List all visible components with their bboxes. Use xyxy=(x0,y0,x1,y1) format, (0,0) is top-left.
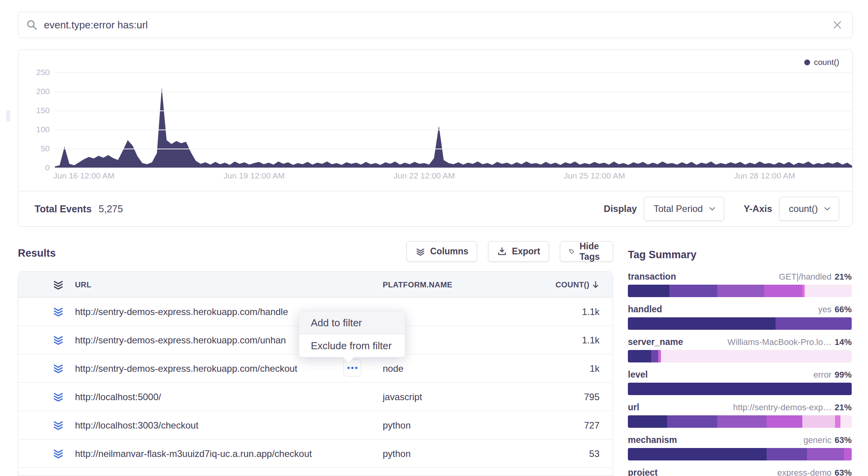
column-header-count[interactable]: COUNT() xyxy=(556,272,600,298)
tag-icon xyxy=(569,247,575,257)
stack-icon xyxy=(52,305,64,318)
stack-icon xyxy=(52,390,64,403)
y-axis-tick: 200 xyxy=(18,86,50,97)
y-axis-tick: 50 xyxy=(18,143,50,154)
column-header-platform[interactable]: PLATFORM.NAME xyxy=(383,272,452,298)
row-actions-button[interactable] xyxy=(343,359,361,377)
gridline xyxy=(55,149,852,149)
chart-legend[interactable]: count() xyxy=(804,58,839,67)
count-cell: 1.1k xyxy=(582,326,600,354)
tag-distribution-bar[interactable] xyxy=(628,285,852,297)
platform-cell: javascript xyxy=(383,383,422,411)
tag-top-value: generic63% xyxy=(804,435,852,445)
tag-summary: Tag Summary transaction GET|/handled21% … xyxy=(628,249,852,476)
tag-row: server_name Williams-MacBook-Pro.lo…14% xyxy=(628,337,852,362)
tag-distribution-bar[interactable] xyxy=(628,383,852,395)
tag-name: mechanism xyxy=(628,435,677,445)
count-cell: 727 xyxy=(584,411,600,439)
stack-icon xyxy=(52,447,64,460)
table-row[interactable]: http://localhost:3003/checkout python 72… xyxy=(18,411,613,439)
y-axis-tick: 150 xyxy=(18,105,50,116)
results-title: Results xyxy=(18,247,56,259)
tag-name: project xyxy=(628,467,658,476)
close-icon[interactable] xyxy=(832,20,842,30)
tag-top-value: express-demo63% xyxy=(777,468,852,476)
x-axis-tick: Jun 28 12:00 AM xyxy=(718,171,811,180)
tag-name: url xyxy=(628,402,639,413)
events-area-chart xyxy=(55,70,852,168)
url-cell[interactable]: http://localhost:3003/checkout xyxy=(75,411,199,439)
chevron-down-icon xyxy=(708,205,716,213)
search-bar[interactable]: event.type:error has:url xyxy=(18,12,853,38)
menu-item-add-to-filter[interactable]: Add to filter xyxy=(299,312,405,334)
tag-row: mechanism generic63% xyxy=(628,435,852,460)
tag-name: level xyxy=(628,369,648,380)
tag-row: level error99% xyxy=(628,369,852,395)
tag-top-value: yes66% xyxy=(818,304,852,315)
total-events-value: 5,275 xyxy=(99,203,123,215)
gridline xyxy=(55,91,852,92)
tag-name: server_name xyxy=(628,337,683,347)
url-cell[interactable]: http://neilmanvar-flask-m3uuizd7iq-uc.a.… xyxy=(75,439,312,468)
export-button[interactable]: Export xyxy=(488,241,549,262)
legend-label: count() xyxy=(814,58,839,67)
search-input[interactable]: event.type:error has:url xyxy=(44,19,832,31)
tag-distribution-bar[interactable] xyxy=(628,415,852,428)
column-header-url[interactable]: URL xyxy=(75,272,91,298)
y-axis-tick: 100 xyxy=(18,124,50,135)
x-axis-tick: Jun 22 12:00 AM xyxy=(378,171,471,180)
tag-top-value: GET|/handled21% xyxy=(779,272,852,282)
chart-panel: count() Total Events 5,275 Display Total… xyxy=(18,49,853,227)
stack-icon[interactable] xyxy=(52,278,64,291)
tag-rows: transaction GET|/handled21% handled yes6… xyxy=(628,271,852,476)
context-menu: Add to filter Exclude from filter xyxy=(299,311,405,357)
gridline xyxy=(55,110,852,111)
x-axis-tick: Jun 19 12:00 AM xyxy=(207,171,301,180)
tag-top-value: Williams-MacBook-Pro.lo…14% xyxy=(727,337,852,347)
columns-button[interactable]: Columns xyxy=(406,241,477,262)
url-cell[interactable]: http://sentry-demos-express.herokuapp.co… xyxy=(75,326,286,354)
tag-distribution-bar[interactable] xyxy=(628,317,852,330)
count-cell: 1k xyxy=(590,354,600,383)
table-row[interactable]: http://localhost:5000/ javascript 795 xyxy=(18,383,613,411)
url-cell[interactable]: http://sentry-demos-express.herokuapp.co… xyxy=(75,354,297,383)
tag-top-value: http://sentry-demos-exp…21% xyxy=(733,402,852,413)
table-header: URL PLATFORM.NAME COUNT() xyxy=(18,272,613,298)
chart-footer: Total Events 5,275 Display Total Period … xyxy=(18,191,852,226)
display-select[interactable]: Total Period xyxy=(644,197,724,221)
sort-desc-arrow-icon xyxy=(592,280,600,289)
tag-distribution-bar[interactable] xyxy=(628,350,852,362)
tag-top-value: error99% xyxy=(814,370,852,380)
platform-cell: python xyxy=(383,411,411,439)
sidebar-collapse-handle[interactable] xyxy=(6,110,10,122)
menu-item-exclude-from-filter[interactable]: Exclude from filter xyxy=(299,334,405,357)
stack-icon xyxy=(52,334,64,346)
platform-cell: node xyxy=(383,354,403,383)
legend-dot-icon xyxy=(804,60,810,65)
table-row[interactable]: http://sentry-demos-express.herokuapp.co… xyxy=(18,354,613,383)
tag-distribution-bar[interactable] xyxy=(628,448,852,460)
yaxis-label: Y-Axis xyxy=(744,203,772,214)
gridline xyxy=(55,72,852,73)
hide-tags-button[interactable]: Hide Tags xyxy=(560,241,613,262)
count-cell: 795 xyxy=(584,383,600,411)
results-actions: Columns Export Hide Tags xyxy=(406,241,613,262)
url-cell[interactable]: http://localhost:5000/ xyxy=(75,383,161,411)
stack-icon xyxy=(415,247,425,257)
results-table: URL PLATFORM.NAME COUNT() http://sentry-… xyxy=(18,271,613,476)
search-icon xyxy=(26,19,38,31)
stack-icon xyxy=(52,419,64,431)
url-cell[interactable]: http://sentry-demos-express.herokuapp.co… xyxy=(75,298,288,326)
tag-summary-title: Tag Summary xyxy=(628,249,852,262)
x-axis-tick: Jun 25 12:00 AM xyxy=(548,171,641,180)
x-axis-tick: Jun 16 12:00 AM xyxy=(37,171,131,180)
table-row[interactable]: http://neilmanvar-flask-m3uuizd7iq-uc.a.… xyxy=(18,439,613,468)
tag-name: handled xyxy=(628,304,662,315)
yaxis-select[interactable]: count() xyxy=(779,197,839,221)
download-icon xyxy=(497,247,507,257)
count-cell: 1.1k xyxy=(582,298,600,326)
display-label: Display xyxy=(604,203,637,214)
tag-row: handled yes66% xyxy=(628,304,852,330)
gridline xyxy=(55,130,852,130)
platform-cell: python xyxy=(383,439,411,468)
